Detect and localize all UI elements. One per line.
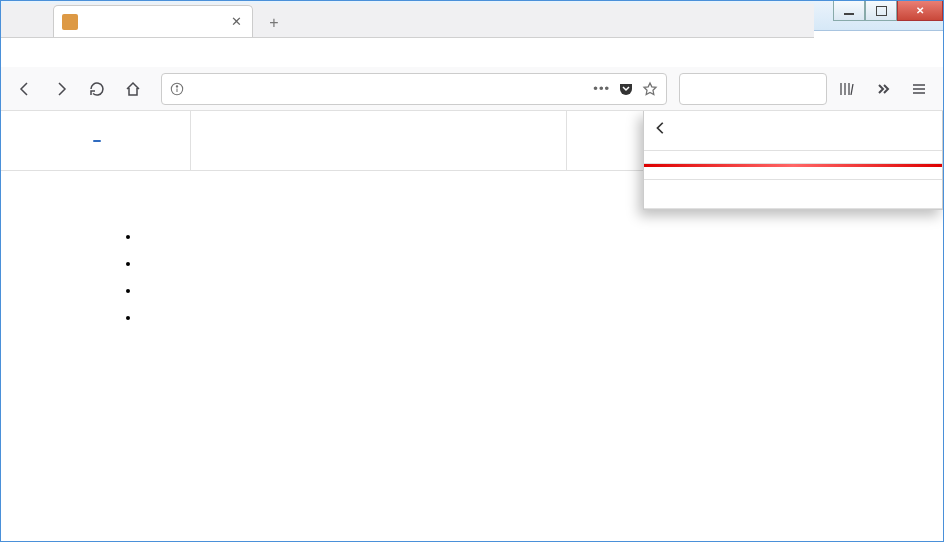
home-button[interactable] <box>117 73 149 105</box>
tab-strip: ✕ + <box>1 4 814 38</box>
browser-tab[interactable]: ✕ <box>53 5 253 37</box>
window-minimize-button[interactable] <box>833 1 865 21</box>
menu-back-button[interactable] <box>654 121 668 138</box>
svg-point-1 <box>176 85 177 86</box>
pocket-icon[interactable] <box>618 81 634 97</box>
url-bar[interactable]: ••• <box>161 73 667 105</box>
page-actions-icon[interactable]: ••• <box>593 81 610 96</box>
back-button[interactable] <box>9 73 41 105</box>
window-maximize-button[interactable] <box>865 1 897 21</box>
library-button[interactable] <box>831 73 863 105</box>
forward-button[interactable] <box>45 73 77 105</box>
menu-button[interactable] <box>903 73 935 105</box>
search-bar[interactable] <box>679 73 827 105</box>
info-icon <box>170 82 184 96</box>
tab-favicon <box>62 14 78 30</box>
bookmark-star-icon[interactable] <box>642 81 658 97</box>
menu-header <box>644 111 942 151</box>
site-logo[interactable] <box>1 111 191 170</box>
new-tab-button[interactable]: + <box>259 9 289 37</box>
overflow-button[interactable] <box>867 73 899 105</box>
toolbar: ••• <box>1 67 943 111</box>
browser-window: ✕ + ••• <box>0 0 944 542</box>
tab-close-icon[interactable]: ✕ <box>228 14 244 30</box>
recent-section-title <box>644 186 942 202</box>
nav-link-1[interactable] <box>191 111 567 170</box>
library-menu <box>643 111 943 210</box>
window-close-button[interactable] <box>897 1 943 21</box>
reload-button[interactable] <box>81 73 113 105</box>
